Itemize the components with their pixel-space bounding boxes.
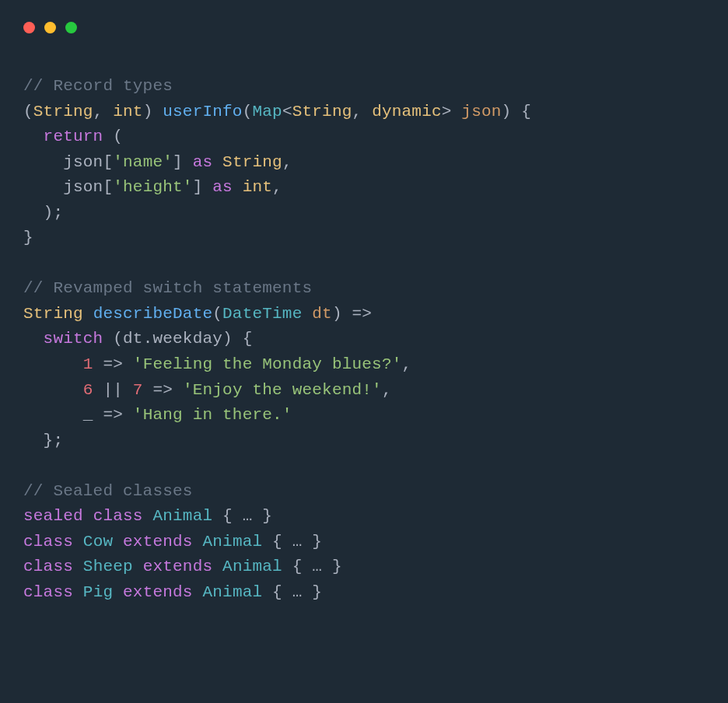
string: 'name' [113,153,173,171]
keyword: class [23,533,73,551]
type: String [33,103,93,121]
keyword: as [193,153,213,171]
keyword: class [23,583,73,601]
type: int [243,178,272,196]
type: String [292,103,352,121]
code-window: // Record types (String, int) userInfo(M… [0,0,728,627]
comment: // Record types [23,77,173,95]
type: dynamic [372,103,442,121]
class-name: Sheep [83,558,133,575]
class-body: { … } [272,583,322,601]
identifier: json [63,153,103,171]
keyword: extends [123,583,193,601]
param: json [461,103,501,121]
identifier: json [63,178,103,196]
maximize-icon[interactable] [65,22,77,33]
function-name: userInfo [163,103,242,121]
type: String [23,305,83,323]
number: 1 [83,355,93,373]
param: dt [312,305,332,323]
keyword: switch [44,330,103,348]
keyword: class [23,558,73,575]
class-body: { … } [292,558,342,575]
comment: // Revamped switch statements [23,279,312,297]
code-block: // Record types (String, int) userInfo(M… [23,74,705,605]
number: 6 [83,381,93,399]
keyword: extends [123,533,193,551]
type: Map [252,103,282,121]
type: String [222,153,282,171]
string: 'height' [113,178,192,196]
string: 'Enjoy the weekend!' [183,381,382,399]
class-name: Pig [83,583,113,601]
class-name: Animal [152,507,212,525]
identifier: dt [123,330,143,348]
string: 'Hang in there.' [133,406,292,424]
type: DateTime [222,305,302,323]
titlebar [23,22,705,33]
keyword: class [93,507,143,525]
close-icon[interactable] [23,22,35,33]
keyword: return [44,128,103,145]
number: 7 [133,381,143,399]
keyword: sealed [23,507,83,525]
class-name: Cow [83,533,113,551]
property: weekday [152,330,222,348]
type: int [113,103,142,121]
function-name: describeDate [93,305,213,323]
minimize-icon[interactable] [44,22,56,33]
keyword: as [212,178,233,196]
string: 'Feeling the Monday blues?' [133,355,402,373]
wildcard: _ [83,406,93,424]
class-name: Animal [222,558,282,575]
class-body: { … } [272,533,322,551]
comment: // Sealed classes [23,482,193,500]
class-name: Animal [202,583,262,601]
class-body: { … } [222,507,272,525]
keyword: extends [143,558,213,575]
class-name: Animal [202,533,262,551]
